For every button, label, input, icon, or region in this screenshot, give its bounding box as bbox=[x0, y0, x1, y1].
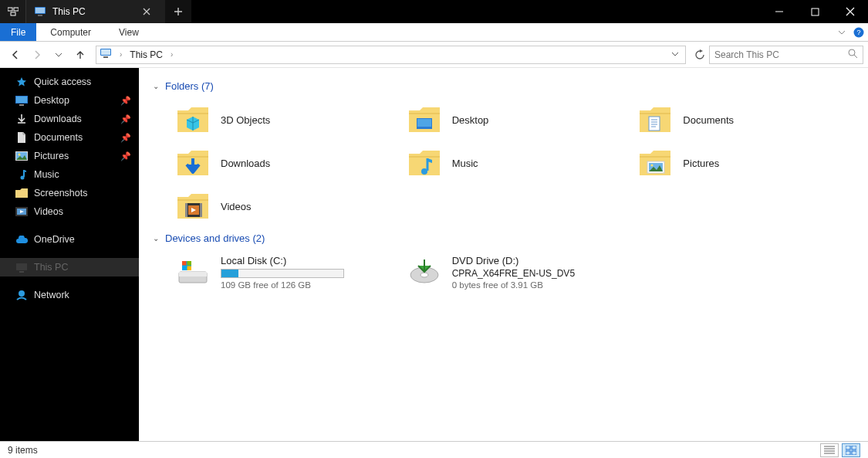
content-area: ⌄ Folders (7) 3D Objects Desktop Documen… bbox=[139, 68, 868, 441]
svg-rect-42 bbox=[187, 266, 192, 271]
ribbon-view[interactable]: View bbox=[105, 23, 153, 41]
svg-rect-2 bbox=[11, 12, 15, 15]
svg-point-19 bbox=[21, 176, 25, 180]
sidebar-this-pc[interactable]: This PC bbox=[0, 258, 139, 276]
group-folders-header[interactable]: ⌄ Folders (7) bbox=[153, 80, 854, 92]
drive-volume-label: CPRA_X64FRE_EN-US_DV5 bbox=[452, 268, 575, 279]
folder-3d-objects[interactable]: 3D Objects bbox=[176, 100, 392, 140]
svg-rect-33 bbox=[185, 203, 187, 217]
help-button[interactable]: ? bbox=[849, 23, 868, 41]
sidebar-videos[interactable]: Videos bbox=[0, 202, 139, 221]
pin-icon: 📌 bbox=[120, 133, 131, 143]
ribbon-file[interactable]: File bbox=[0, 23, 36, 41]
new-tab-button[interactable] bbox=[165, 0, 191, 23]
task-view-icon bbox=[8, 6, 19, 17]
search-input[interactable] bbox=[714, 49, 848, 60]
desktop-icon bbox=[15, 94, 28, 107]
svg-point-31 bbox=[651, 165, 654, 167]
sidebar-documents[interactable]: Documents 📌 bbox=[0, 128, 139, 147]
refresh-button[interactable] bbox=[691, 49, 709, 60]
window-tab[interactable]: This PC bbox=[26, 0, 165, 23]
drive-free-text: 109 GB free of 126 GB bbox=[221, 280, 344, 290]
address-history-button[interactable] bbox=[668, 50, 682, 59]
chevron-down-icon bbox=[838, 29, 846, 36]
tab-close-button[interactable] bbox=[136, 8, 157, 15]
folder-documents[interactable]: Documents bbox=[638, 100, 854, 140]
pin-icon: 📌 bbox=[120, 114, 131, 124]
sidebar-item-label: Screenshots bbox=[34, 188, 87, 198]
ribbon-expand-button[interactable] bbox=[834, 23, 849, 41]
breadcrumb-this-pc[interactable]: This PC bbox=[130, 49, 163, 60]
search-icon bbox=[848, 48, 858, 62]
folder-label: 3D Objects bbox=[221, 114, 270, 126]
dvd-drive-icon bbox=[407, 255, 441, 289]
maximize-button[interactable] bbox=[797, 0, 833, 23]
folder-icon bbox=[407, 103, 441, 137]
drive-name: DVD Drive (D:) bbox=[452, 255, 575, 266]
folder-videos[interactable]: Videos bbox=[176, 186, 392, 226]
view-large-icons-button[interactable] bbox=[842, 443, 860, 457]
sidebar-music[interactable]: Music bbox=[0, 165, 139, 184]
svg-rect-10 bbox=[101, 49, 110, 55]
drive-local-c[interactable]: Local Disk (C:) 109 GB free of 126 GB bbox=[176, 252, 392, 293]
search-box[interactable] bbox=[709, 46, 863, 64]
this-pc-icon bbox=[100, 48, 112, 62]
folder-music[interactable]: Music bbox=[407, 143, 623, 183]
nav-up-button[interactable] bbox=[71, 46, 90, 64]
sidebar-item-label: Videos bbox=[34, 206, 63, 217]
svg-rect-26 bbox=[417, 119, 431, 127]
sidebar-screenshots[interactable]: Screenshots bbox=[0, 184, 139, 202]
sidebar-desktop[interactable]: Desktop 📌 bbox=[0, 91, 139, 110]
svg-point-18 bbox=[19, 154, 21, 156]
folder-icon bbox=[638, 146, 672, 180]
drive-dvd-d[interactable]: DVD Drive (D:) CPRA_X64FRE_EN-US_DV5 0 b… bbox=[407, 252, 623, 293]
address-bar[interactable]: › This PC › bbox=[96, 46, 686, 64]
ribbon-computer[interactable]: Computer bbox=[36, 23, 105, 41]
close-window-button[interactable] bbox=[833, 0, 868, 23]
sidebar-item-label: Desktop bbox=[34, 95, 69, 106]
download-icon bbox=[15, 113, 28, 125]
sidebar-downloads[interactable]: Downloads 📌 bbox=[0, 110, 139, 128]
svg-rect-1 bbox=[14, 8, 19, 11]
arrow-right-icon bbox=[32, 49, 42, 60]
group-title: Devices and drives (2) bbox=[165, 232, 265, 244]
nav-forward-button[interactable] bbox=[28, 46, 46, 64]
breadcrumb-caret[interactable]: › bbox=[167, 50, 176, 59]
chevron-down-icon bbox=[671, 50, 679, 58]
sidebar-pictures[interactable]: Pictures 📌 bbox=[0, 147, 139, 165]
svg-rect-46 bbox=[852, 446, 856, 450]
svg-rect-11 bbox=[103, 56, 108, 58]
folder-label: Desktop bbox=[452, 114, 489, 126]
svg-rect-34 bbox=[200, 203, 202, 217]
folder-pictures[interactable]: Pictures bbox=[638, 143, 854, 183]
svg-rect-41 bbox=[182, 266, 187, 271]
sidebar-network[interactable]: Network bbox=[0, 286, 139, 304]
large-icons-view-icon bbox=[846, 446, 856, 455]
refresh-icon bbox=[694, 49, 705, 60]
folder-icon bbox=[15, 187, 28, 199]
sidebar-onedrive[interactable]: OneDrive bbox=[0, 230, 139, 249]
breadcrumb-root-caret[interactable]: › bbox=[117, 50, 125, 59]
group-drives-header[interactable]: ⌄ Devices and drives (2) bbox=[153, 232, 854, 244]
nav-back-button[interactable] bbox=[6, 46, 25, 64]
sidebar-item-label: This PC bbox=[34, 262, 68, 273]
svg-point-44 bbox=[420, 273, 428, 277]
folder-icon bbox=[176, 146, 210, 180]
cloud-icon bbox=[15, 233, 28, 246]
folder-label: Music bbox=[452, 158, 478, 169]
this-pc-icon bbox=[15, 261, 28, 273]
task-view-button[interactable] bbox=[0, 0, 26, 23]
titlebar-drag-area[interactable] bbox=[191, 0, 762, 23]
svg-text:?: ? bbox=[856, 29, 860, 36]
sidebar-quick-access[interactable]: Quick access bbox=[0, 68, 139, 91]
view-details-button[interactable] bbox=[820, 443, 839, 457]
folder-desktop[interactable]: Desktop bbox=[407, 100, 623, 140]
minimize-button[interactable] bbox=[762, 0, 797, 23]
folder-downloads[interactable]: Downloads bbox=[176, 143, 392, 183]
nav-recent-button[interactable] bbox=[49, 46, 68, 64]
svg-rect-27 bbox=[649, 117, 660, 131]
minimize-icon bbox=[775, 7, 784, 16]
chevron-down-icon bbox=[55, 51, 62, 59]
pin-icon: 📌 bbox=[120, 96, 131, 106]
svg-point-12 bbox=[849, 49, 855, 56]
